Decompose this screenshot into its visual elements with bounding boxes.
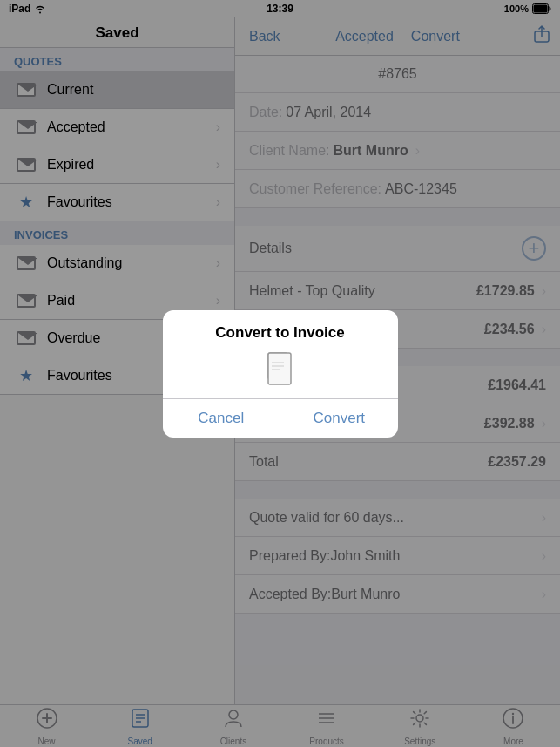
modal-overlay: Convert to Invoice Cancel Convert: [0, 0, 560, 747]
svg-rect-17: [268, 353, 291, 384]
doc-icon: [267, 352, 294, 391]
cancel-button[interactable]: Cancel: [163, 399, 280, 438]
modal-content: [163, 345, 398, 398]
convert-button[interactable]: Convert: [280, 399, 398, 438]
document-icon: [267, 352, 294, 385]
modal-buttons: Cancel Convert: [163, 398, 398, 438]
convert-modal: Convert to Invoice Cancel Convert: [163, 310, 398, 438]
modal-title: Convert to Invoice: [163, 310, 398, 345]
